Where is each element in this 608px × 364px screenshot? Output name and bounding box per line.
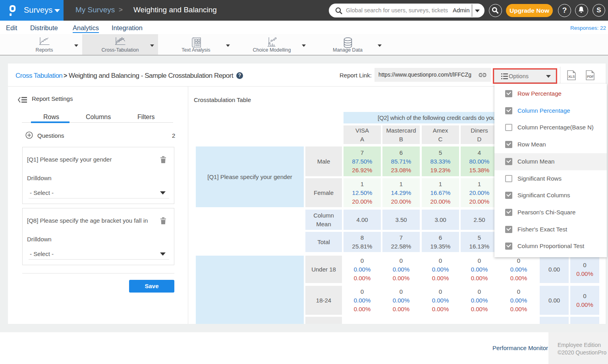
svg-text:XLS: XLS — [568, 75, 575, 79]
svg-text:PDF: PDF — [587, 75, 594, 79]
